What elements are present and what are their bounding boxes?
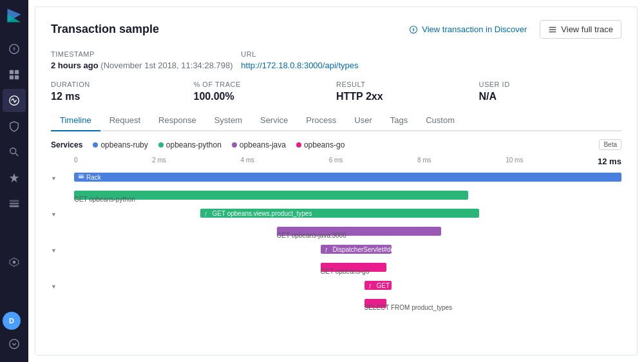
tab-tags[interactable]: Tags: [381, 110, 417, 131]
tick-6: 6 ms: [329, 157, 343, 166]
track-api-types: ƒ GET /api/types: [74, 279, 621, 292]
chevron-dispatcher: ▼: [51, 247, 57, 254]
metadata-row: Timestamp 2 hours ago (November 1st 2018…: [51, 50, 621, 70]
bar-api-types[interactable]: ƒ GET /api/types: [365, 281, 392, 290]
bar-product-types[interactable]: ƒ GET opbeans.views.product_types: [200, 209, 480, 218]
time-ruler: 0 2 ms 4 ms 6 ms 8 ms 10 ms 12 ms: [74, 157, 621, 166]
tick-4: 4 ms: [240, 157, 254, 166]
user-avatar[interactable]: D: [3, 312, 21, 330]
span-row-get-python: GET opbeans-python: [51, 187, 621, 204]
track-java: GET opbeans-java:3000: [74, 225, 621, 238]
sidebar-item-stack[interactable]: [3, 192, 26, 215]
kibana-logo: [4, 5, 24, 26]
tab-timeline[interactable]: Timeline: [51, 110, 100, 131]
meta-timestamp: Timestamp 2 hours ago (November 1st 2018…: [51, 50, 241, 70]
svg-point-13: [10, 339, 19, 348]
tab-user[interactable]: User: [345, 110, 381, 131]
tick-12: 12 ms: [598, 157, 621, 166]
svg-rect-20: [79, 175, 84, 176]
header-actions: View transaction in Discover View full t…: [402, 20, 621, 39]
metadata-row-2: Duration 12 ms % of trace 100.00% Result…: [51, 81, 621, 102]
time-ruler-row: 0 2 ms 4 ms 6 ms 8 ms 10 ms 12 ms: [51, 157, 621, 166]
meta-result: Result HTTP 2xx: [336, 81, 479, 102]
track-select: SELECT FROM product_types: [74, 297, 621, 310]
tab-request[interactable]: Request: [100, 110, 149, 131]
tab-service[interactable]: Service: [251, 110, 297, 131]
list-icon: [548, 25, 557, 34]
go-dot: [296, 142, 301, 148]
java-dot: [232, 142, 237, 148]
ruby-dot: [93, 142, 98, 148]
legend-go: opbeans-go: [296, 140, 345, 149]
view-full-trace-button[interactable]: View full trace: [540, 20, 621, 39]
tick-0: 0: [74, 157, 78, 166]
sidebar-item-settings[interactable]: [3, 251, 26, 274]
sidebar-item-down[interactable]: [3, 332, 26, 356]
meta-duration: Duration 12 ms: [51, 81, 194, 102]
svg-rect-17: [549, 29, 556, 30]
tab-process[interactable]: Process: [297, 110, 345, 131]
span-row-product-types: ▼ ƒ GET opbeans.views.product_types: [51, 205, 621, 222]
sidebar: D: [0, 0, 28, 362]
tab-response[interactable]: Response: [149, 110, 205, 131]
tick-10: 10 ms: [506, 157, 523, 166]
sidebar-item-explore[interactable]: [3, 140, 26, 164]
sidebar-item-discover[interactable]: [3, 37, 26, 61]
meta-url: URL http://172.18.0.8:3000/api/types: [241, 50, 621, 70]
svg-rect-4: [15, 75, 19, 79]
svg-point-6: [10, 148, 16, 154]
tick-8: 8 ms: [417, 157, 431, 166]
transaction-panel: Transaction sample View transaction in D…: [35, 6, 638, 356]
tab-custom[interactable]: Custom: [417, 110, 464, 131]
svg-rect-18: [549, 31, 556, 32]
timestamp-value: 2 hours ago (November 1st 2018, 11:34:28…: [51, 61, 241, 70]
python-dot: [158, 142, 164, 148]
svg-marker-8: [10, 173, 19, 182]
label-go: GET opbeans-go: [321, 268, 370, 275]
tab-system[interactable]: System: [205, 110, 251, 131]
beta-badge: Beta: [599, 139, 621, 150]
span-row-rack: ▼ Rack: [51, 169, 621, 186]
track-get-python: GET opbeans-python: [74, 189, 621, 202]
svg-rect-11: [10, 200, 19, 202]
tick-2: 2 ms: [152, 157, 166, 166]
svg-rect-10: [10, 203, 19, 205]
view-transaction-button[interactable]: View transaction in Discover: [402, 21, 533, 38]
function-icon: ƒ: [204, 210, 211, 216]
track-dispatcher: ƒ DispatcherServlet#doGet: [74, 243, 621, 256]
timeline-content: Services opbeans-ruby opbeans-python opb…: [51, 131, 621, 355]
services-header: Services opbeans-ruby opbeans-python opb…: [51, 139, 621, 150]
span-row-java: GET opbeans-java:3000: [51, 223, 621, 240]
span-row-go: GET opbeans-go: [51, 259, 621, 276]
span-row-select: SELECT FROM product_types: [51, 295, 621, 312]
legend-ruby: opbeans-ruby: [93, 140, 147, 149]
svg-rect-1: [10, 70, 14, 74]
compass-icon: [409, 25, 418, 34]
bar-rack[interactable]: Rack: [74, 173, 621, 182]
meta-pct-trace: % of trace 100.00%: [194, 81, 337, 102]
main-content: Transaction sample View transaction in D…: [28, 0, 644, 362]
dispatcher-icon: ƒ: [325, 246, 331, 252]
panel-header: Transaction sample View transaction in D…: [51, 20, 621, 39]
sidebar-item-ml[interactable]: [3, 166, 26, 189]
label-select: SELECT FROM product_types: [365, 304, 453, 311]
span-row-dispatcher: ▼ ƒ DispatcherServlet#doGet: [51, 241, 621, 258]
api-icon: ƒ: [368, 282, 375, 289]
svg-line-7: [15, 153, 19, 157]
svg-text:ƒ: ƒ: [368, 283, 371, 289]
svg-text:ƒ: ƒ: [204, 211, 207, 216]
chevron-product-types: ▼: [51, 211, 57, 218]
rack-icon: [78, 174, 84, 180]
bar-dispatcher[interactable]: ƒ DispatcherServlet#doGet: [321, 245, 392, 254]
sidebar-bottom: D: [3, 309, 26, 357]
sidebar-item-apm[interactable]: [3, 89, 26, 112]
panel-title: Transaction sample: [51, 23, 159, 36]
meta-user-id: User ID N/A: [479, 81, 622, 102]
span-row-api-types: ▼ ƒ GET /api/types: [51, 277, 621, 294]
legend-python: opbeans-python: [158, 140, 222, 149]
sidebar-item-dashboard[interactable]: [3, 63, 26, 86]
services-left: Services opbeans-ruby opbeans-python opb…: [51, 140, 345, 149]
sidebar-item-security[interactable]: [3, 115, 26, 138]
track-rack: Rack: [74, 171, 621, 184]
svg-rect-2: [15, 70, 19, 74]
